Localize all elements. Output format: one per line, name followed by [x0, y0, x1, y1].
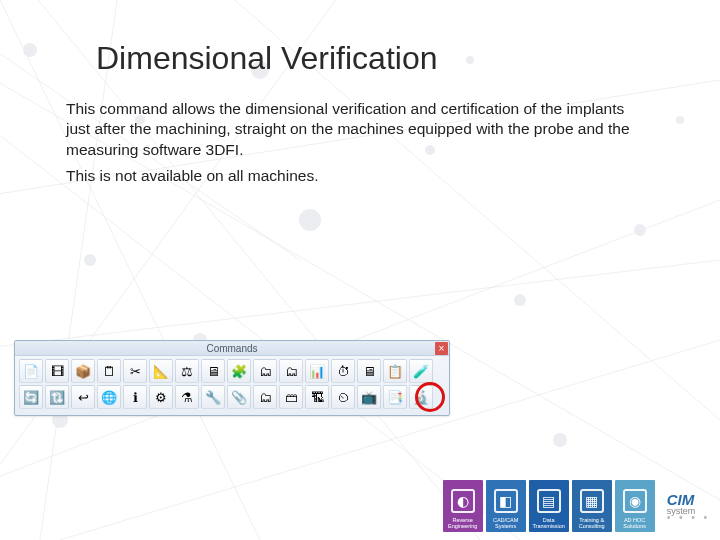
- footer-tile-4: ◉AD HOC Solutions: [615, 480, 655, 532]
- footer: ◐Reverse Engineering◧CAD/CAM Systems▤Dat…: [443, 480, 710, 532]
- toolbar-row1-button-0[interactable]: 📄: [19, 359, 43, 383]
- toolbar-row2-button-5[interactable]: ⚙: [149, 385, 173, 409]
- toolbar-row1-button-12[interactable]: ⏱: [331, 359, 355, 383]
- footer-tile-label: AD HOC Solutions: [617, 517, 653, 529]
- commands-toolbar: Commands × 📄🎞📦🗒✂📐⚖🖥🧩🗂🗂📊⏱🖥📋🧪 🔄🔃↩🌐ℹ⚙⚗🔧📎🗂🗃🏗…: [14, 340, 450, 416]
- svg-point-19: [514, 294, 526, 306]
- toolbar-row2-button-9[interactable]: 🗂: [253, 385, 277, 409]
- brand-logo: CIM system • • • •: [667, 493, 710, 522]
- toolbar-row2-button-13[interactable]: 📺: [357, 385, 381, 409]
- toolbar-row2-button-3[interactable]: 🌐: [97, 385, 121, 409]
- toolbar-row1-button-7[interactable]: 🖥: [201, 359, 225, 383]
- toolbar-row2-button-0[interactable]: 🔄: [19, 385, 43, 409]
- svg-point-16: [299, 209, 321, 231]
- toolbar-row1-button-11[interactable]: 📊: [305, 359, 329, 383]
- toolbar-row1-button-15[interactable]: 🧪: [409, 359, 433, 383]
- footer-tile-icon: ▦: [580, 489, 604, 513]
- footer-tile-label: Training & Consulting: [574, 517, 610, 529]
- footer-tile-1: ◧CAD/CAM Systems: [486, 480, 526, 532]
- toolbar-row2-button-7[interactable]: 🔧: [201, 385, 225, 409]
- description-paragraph-2: This is not available on all machines.: [66, 166, 640, 186]
- toolbar-row1-button-13[interactable]: 🖥: [357, 359, 381, 383]
- footer-tile-label: Data Transmission: [531, 517, 567, 529]
- footer-tile-2: ▤Data Transmission: [529, 480, 569, 532]
- toolbar-row2-button-10[interactable]: 🗃: [279, 385, 303, 409]
- footer-tile-label: Reverse Engineering: [445, 517, 481, 529]
- svg-line-4: [0, 260, 720, 350]
- toolbar-row2-button-1[interactable]: 🔃: [45, 385, 69, 409]
- toolbar-row2-button-2[interactable]: ↩: [71, 385, 95, 409]
- footer-tile-icon: ▤: [537, 489, 561, 513]
- svg-point-23: [553, 433, 567, 447]
- toolbar-row1-button-14[interactable]: 📋: [383, 359, 407, 383]
- footer-tile-icon: ◉: [623, 489, 647, 513]
- toolbar-row1-button-1[interactable]: 🎞: [45, 359, 69, 383]
- toolbar-row1-button-4[interactable]: ✂: [123, 359, 147, 383]
- toolbar-row2-button-12[interactable]: ⏲: [331, 385, 355, 409]
- toolbar-row2-button-14[interactable]: 📑: [383, 385, 407, 409]
- toolbar-row1-button-5[interactable]: 📐: [149, 359, 173, 383]
- page-title: Dimensional Verification: [96, 40, 660, 77]
- close-icon[interactable]: ×: [435, 342, 448, 355]
- toolbar-row2-button-8[interactable]: 📎: [227, 385, 251, 409]
- toolbar-row1-button-9[interactable]: 🗂: [253, 359, 277, 383]
- toolbar-row1-button-3[interactable]: 🗒: [97, 359, 121, 383]
- footer-tile-0: ◐Reverse Engineering: [443, 480, 483, 532]
- toolbar-row1-button-2[interactable]: 📦: [71, 359, 95, 383]
- footer-tile-icon: ◧: [494, 489, 518, 513]
- toolbar-row2-button-6[interactable]: ⚗: [175, 385, 199, 409]
- svg-point-22: [634, 224, 646, 236]
- toolbar-row2-button-4[interactable]: ℹ: [123, 385, 147, 409]
- description-paragraph-1: This command allows the dimensional veri…: [66, 99, 640, 160]
- toolbar-row1-button-10[interactable]: 🗂: [279, 359, 303, 383]
- toolbar-row2-button-11[interactable]: 🏗: [305, 385, 329, 409]
- toolbar-row2-button-15[interactable]: 🔬: [409, 385, 433, 409]
- toolbar-row1-button-8[interactable]: 🧩: [227, 359, 251, 383]
- toolbar-title: Commands: [206, 343, 257, 354]
- toolbar-row1-button-6[interactable]: ⚖: [175, 359, 199, 383]
- footer-tile-label: CAD/CAM Systems: [488, 517, 524, 529]
- svg-point-15: [84, 254, 96, 266]
- footer-tile-3: ▦Training & Consulting: [572, 480, 612, 532]
- footer-tile-icon: ◐: [451, 489, 475, 513]
